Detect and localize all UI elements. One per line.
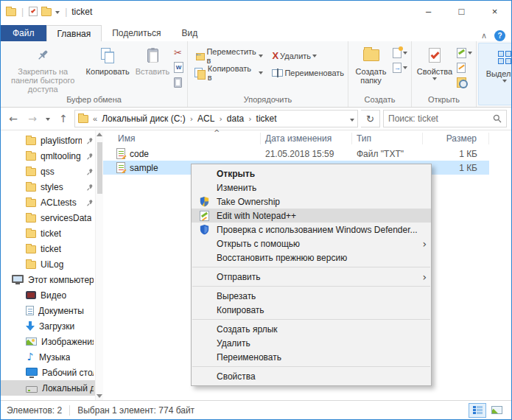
sidebar-item-pictures[interactable]: Изображения xyxy=(1,334,95,349)
menu-item-defender-scan[interactable]: Проверка с использованием Windows Defend… xyxy=(192,223,431,237)
new-folder-button[interactable]: Создать папку xyxy=(351,43,391,85)
column-header-name[interactable]: Имя xyxy=(103,133,261,144)
pin-to-quick-access-button[interactable]: Закрепить на панели быстрого доступа xyxy=(3,43,83,94)
sidebar-item-documents[interactable]: Документы xyxy=(1,303,95,318)
scissors-icon: ✂ xyxy=(174,47,182,58)
thumbnails-view-button[interactable] xyxy=(488,403,505,418)
location-folder-icon xyxy=(78,115,88,123)
tab-home[interactable]: Главная xyxy=(46,25,102,41)
move-to-button[interactable]: Переместить в xyxy=(193,49,264,62)
address-dropdown-icon[interactable] xyxy=(350,113,354,124)
easy-access-button[interactable] xyxy=(391,61,409,74)
menu-item-send-to[interactable]: Отправить› xyxy=(192,270,431,284)
column-header-size[interactable]: Размер xyxy=(423,133,489,144)
copy-to-button[interactable]: Копировать в xyxy=(193,66,264,79)
menu-item-edit-with-notepad[interactable]: Edit with Notepad++ xyxy=(192,209,431,223)
search-input[interactable] xyxy=(388,113,493,124)
breadcrumb-data[interactable]: data xyxy=(227,113,244,124)
menu-item-copy[interactable]: Копировать xyxy=(192,303,431,317)
recent-locations-icon[interactable] xyxy=(43,115,52,122)
menu-item-open-with[interactable]: Открыть с помощью› xyxy=(192,237,431,251)
qat-new-folder-icon[interactable] xyxy=(41,8,52,16)
window-controls: – □ × xyxy=(412,1,511,22)
copy-path-button[interactable]: W xyxy=(172,61,185,74)
menu-item-edit[interactable]: Изменить xyxy=(192,181,431,195)
rename-button[interactable]: Переименовать xyxy=(270,66,346,79)
explorer-window: | | ticket – □ × Файл Главная Поделиться… xyxy=(0,0,512,420)
column-header-date[interactable]: Дата изменения xyxy=(261,133,352,144)
sidebar-item-videos[interactable]: Видео xyxy=(1,287,95,303)
sidebar-item-downloads[interactable]: Загрузки xyxy=(1,318,95,334)
sidebar-item-music[interactable]: ♪Музыка xyxy=(1,349,95,365)
menu-item-take-ownership[interactable]: Take Ownership xyxy=(192,195,431,209)
sidebar-item-acltests[interactable]: ACLtests xyxy=(1,195,95,210)
sidebar-item-styles[interactable]: styles xyxy=(1,179,95,195)
select-button[interactable]: Выделить xyxy=(481,46,512,83)
sidebar-item-servicesdata[interactable]: servicesData xyxy=(1,210,95,225)
folder-icon xyxy=(26,230,36,238)
qat-dropdown-icon[interactable] xyxy=(55,11,60,14)
menu-item-open[interactable]: Открыть xyxy=(192,167,431,181)
search-box[interactable] xyxy=(383,110,507,127)
chevron-down-icon xyxy=(403,52,407,55)
folder-icon xyxy=(26,261,36,269)
collapse-ribbon-icon[interactable]: ∧ xyxy=(481,31,487,41)
cut-button[interactable]: ✂ xyxy=(172,46,185,59)
menu-item-rename[interactable]: Переименовать xyxy=(192,350,431,364)
menu-item-delete[interactable]: Удалить xyxy=(192,336,431,350)
paste-button[interactable]: Вставить xyxy=(133,43,172,76)
group-label-organize: Упорядочить xyxy=(190,94,346,107)
breadcrumb-acl[interactable]: ACL xyxy=(197,113,214,124)
address-bar[interactable]: « Локальный диск (C:) › ACL › data › tic… xyxy=(74,110,358,127)
scroll-up-icon[interactable] xyxy=(97,133,102,136)
sidebar-item-ticket[interactable]: ticket xyxy=(1,241,95,256)
up-button[interactable]: ↑ xyxy=(55,113,71,125)
paste-shortcut-button[interactable] xyxy=(172,76,185,88)
refresh-button[interactable]: ↻ xyxy=(361,110,380,127)
chevron-down-icon xyxy=(312,55,317,57)
edit-button[interactable] xyxy=(455,46,474,59)
breadcrumb-ticket[interactable]: ticket xyxy=(256,113,277,124)
menu-item-restore-previous[interactable]: Восстановить прежнюю версию xyxy=(192,251,431,265)
tab-view[interactable]: Вид xyxy=(171,25,208,41)
sidebar-item-playlistforma[interactable]: playlistforma xyxy=(1,133,95,148)
back-button[interactable]: ← xyxy=(5,113,21,125)
sidebar-item-uilog[interactable]: UiLog xyxy=(1,256,95,272)
open-button[interactable] xyxy=(455,61,474,74)
navigation-pane: playlistforma qmltooling qss styles ACLt… xyxy=(1,130,95,400)
copy-button[interactable]: Копировать xyxy=(83,43,133,76)
sidebar-item-this-pc[interactable]: Этот компьютер xyxy=(1,272,95,287)
qat-properties-icon[interactable] xyxy=(29,7,38,16)
menu-item-properties[interactable]: Свойства xyxy=(192,369,431,383)
menu-item-cut[interactable]: Вырезать xyxy=(192,289,431,303)
sidebar-item-qmltooling[interactable]: qmltooling xyxy=(1,148,95,164)
file-row-code[interactable]: code 21.05.2018 15:59 Файл "TXT" 1 КБ xyxy=(103,147,489,161)
new-item-button[interactable] xyxy=(391,46,409,59)
close-button[interactable]: × xyxy=(478,1,511,22)
sidebar-item-desktop[interactable]: Рабочий стол xyxy=(1,365,95,380)
maximize-button[interactable]: □ xyxy=(445,1,478,22)
delete-button[interactable]: X Удалить xyxy=(270,49,346,62)
sidebar-item-qss[interactable]: qss xyxy=(1,164,95,179)
sidebar-item-local-disk[interactable]: Локальный дис xyxy=(1,380,95,396)
scrollbar-thumb[interactable] xyxy=(97,142,102,194)
menu-item-create-shortcut[interactable]: Создать ярлык xyxy=(192,322,431,336)
minimize-button[interactable]: – xyxy=(412,1,445,22)
scroll-down-icon[interactable] xyxy=(97,394,102,398)
tab-file[interactable]: Файл xyxy=(1,25,46,41)
new-folder-icon xyxy=(363,46,379,65)
ribbon-group-organize: Переместить в Копировать в X Удалить Пер… xyxy=(188,41,348,107)
sidebar-scrollbar[interactable] xyxy=(95,130,103,400)
column-header-type[interactable]: Тип xyxy=(352,133,423,144)
help-icon[interactable]: ? xyxy=(494,30,505,41)
folder-icon xyxy=(26,137,36,145)
breadcrumb-drive[interactable]: Локальный диск (C:) xyxy=(102,113,186,124)
history-button[interactable] xyxy=(455,76,474,88)
properties-button[interactable]: Свойства xyxy=(414,43,455,80)
tab-share[interactable]: Поделиться xyxy=(102,25,171,41)
forward-button[interactable]: → xyxy=(24,113,41,125)
sidebar-item-ticket[interactable]: ticket xyxy=(1,225,95,241)
document-icon xyxy=(26,306,34,315)
details-view-button[interactable] xyxy=(469,403,486,418)
properties-icon xyxy=(429,46,441,65)
